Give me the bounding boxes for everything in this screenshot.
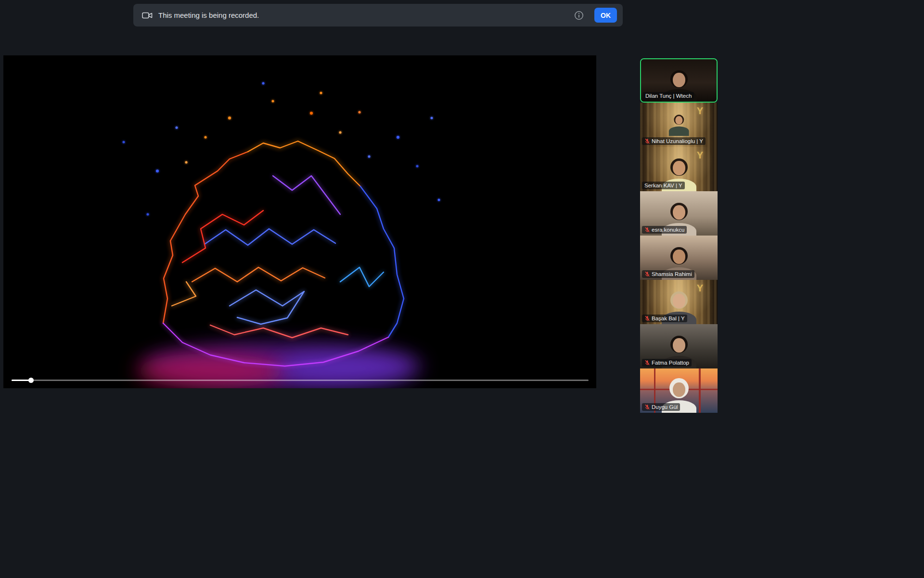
participant-name: Başak Bal | Y [652, 315, 685, 321]
participant-name-label: Dilan Tunç | Wtech [643, 92, 694, 100]
brand-logo-y: Y [697, 150, 703, 161]
muted-mic-icon [644, 315, 650, 321]
participant-name: esra.konukcu [652, 227, 684, 233]
video-progress-bar[interactable] [12, 378, 589, 382]
participant-name: Serkan KAV | Y [644, 183, 682, 188]
avatar-head [673, 382, 685, 397]
participant-tile[interactable]: Dilan Tunç | Wtech [640, 58, 718, 103]
progress-track [12, 380, 589, 381]
brand-logo-y: Y [697, 283, 703, 294]
participants-panel: Dilan Tunç | Wtech Y Nihat Uzunalioglu |… [640, 58, 718, 413]
participant-name-label: Duygu Gül [642, 403, 680, 411]
brand-logo-y: Y [697, 105, 703, 117]
participant-name-label: Nihat Uzunalioglu | Y [642, 137, 706, 145]
participant-name: Shamsia Rahimi [652, 271, 692, 277]
participant-tile[interactable]: Y Serkan KAV | Y [640, 147, 718, 191]
participant-tile[interactable]: Duygu Gül [640, 368, 718, 413]
recording-camera-icon [142, 11, 153, 20]
avatar-head [673, 73, 685, 87]
muted-mic-icon [644, 404, 650, 410]
avatar-head [673, 205, 685, 220]
brain-visualization [3, 55, 596, 388]
avatar-head [673, 161, 685, 175]
recording-banner: This meeting is being recorded. OK [133, 4, 623, 26]
participant-tile[interactable]: Y Nihat Uzunalioglu | Y [640, 103, 718, 147]
participant-name: Dilan Tunç | Wtech [645, 93, 692, 99]
progress-handle[interactable] [28, 378, 34, 383]
avatar-torso [669, 126, 689, 136]
info-icon[interactable] [574, 11, 584, 20]
participant-name: Nihat Uzunalioglu | Y [652, 138, 703, 144]
participant-name: Duygu Gül [652, 404, 678, 410]
participant-tile[interactable]: Shamsia Rahimi [640, 236, 718, 280]
participant-name-label: Fatma Polattop [642, 359, 692, 367]
progress-fill [12, 380, 31, 381]
participant-tile[interactable]: esra.konukcu [640, 191, 718, 236]
ok-button[interactable]: OK [594, 8, 617, 23]
participant-tile[interactable]: Y Başak Bal | Y [640, 280, 718, 324]
shared-screen-video[interactable] [3, 55, 596, 388]
participant-name-label: Shamsia Rahimi [642, 270, 694, 278]
participant-name-label: Serkan KAV | Y [642, 182, 685, 189]
avatar-head [673, 294, 685, 308]
avatar-head [675, 116, 682, 124]
avatar [656, 108, 701, 133]
participant-tile[interactable]: Fatma Polattop [640, 324, 718, 368]
participant-name: Fatma Polattop [652, 360, 689, 366]
meeting-window: { "banner": { "text": "This meeting is b… [0, 0, 924, 578]
participant-name-label: esra.konukcu [642, 226, 687, 234]
participant-name-label: Başak Bal | Y [642, 315, 687, 322]
muted-mic-icon [644, 271, 650, 277]
avatar-head [673, 250, 685, 264]
muted-mic-icon [644, 227, 650, 233]
avatar-head [673, 338, 685, 353]
muted-mic-icon [644, 360, 650, 366]
recording-message: This meeting is being recorded. [158, 11, 574, 19]
muted-mic-icon [644, 138, 650, 144]
